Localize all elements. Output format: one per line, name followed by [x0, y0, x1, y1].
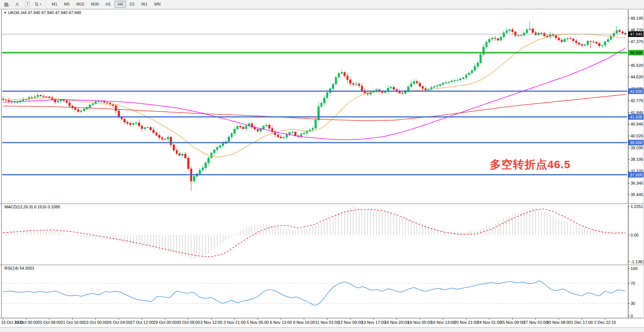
time-axis-label: 9 Nov 16:00 — [293, 320, 315, 325]
macd-histogram — [3, 206, 625, 259]
time-axis-label: 6 Nov 13:00 — [270, 320, 292, 325]
price-axis-label: 39.095 — [631, 146, 643, 150]
price-axis-label: 44.620 — [631, 75, 643, 79]
price-tag-47.940: 47.940 — [630, 32, 643, 36]
bottom-strip — [0, 327, 644, 332]
symbol-ohlc-text: UKOil-,H4 47.940 47.940 47.940 47.940 — [8, 10, 81, 15]
rsi-axis-label: 0 — [631, 314, 633, 318]
price-tag-37.000: 37.000 — [630, 173, 643, 177]
chart-annotation-text[interactable]: 多空转折点46.5 — [490, 157, 570, 172]
price-axis-label: 45.520 — [631, 63, 643, 68]
price-axis-label: 36.345 — [631, 181, 643, 185]
price-tag-43.500: 43.500 — [630, 89, 643, 94]
macd-axis-label: 0.00 — [631, 233, 638, 237]
rsi-label: RSI(14) 54.5001 — [4, 266, 35, 270]
time-axis-label: 27 Nov 01:00 — [524, 320, 548, 325]
collapse-icon[interactable]: ▼ — [4, 11, 7, 14]
time-axis-label: 5 Nov 05:00 — [247, 320, 269, 325]
price-axis-label: 35.445 — [631, 192, 643, 197]
time-axis-label: 20 Nov 21:00 — [454, 320, 478, 325]
symbol-ohlc-line: ▼UKOil-,H4 47.940 47.940 47.940 47.940 — [4, 10, 81, 15]
time-axis-label: 16 Nov 20:00 — [385, 320, 409, 325]
rsi-panel[interactable] — [2, 281, 627, 305]
time-axis-label: 30 Nov 08:00 — [547, 320, 571, 325]
time-axis-label: 1 Dec 17:00 — [571, 320, 593, 325]
macd-axis-label: 1.2251 — [631, 204, 643, 209]
time-axis-label: 2 Nov 12:00 — [200, 320, 222, 325]
time-axis-label: 19 Nov 13:00 — [431, 320, 455, 325]
time-axis-label: 25 Nov 09:00 — [500, 320, 524, 325]
price-axis-label: 42.770 — [631, 98, 643, 103]
price-axis-label: 49.195 — [631, 16, 643, 20]
macd-signal-line — [3, 209, 625, 257]
price-tag-46.500: 46.500 — [630, 51, 643, 55]
time-axis-label: 3 Nov 21:00 — [224, 320, 246, 325]
price-axis-label: 40.020 — [631, 134, 643, 138]
time-axis-label: 26 Oct 04:00 — [107, 320, 130, 325]
price-axis-label: 38.195 — [631, 157, 643, 162]
rsi-axis-label: 30 — [631, 301, 635, 306]
time-axis-label: 13 Nov 17:00 — [361, 320, 385, 325]
time-axis-label: 23 Oct 00:00 — [84, 320, 107, 325]
rsi-axis-label: 70 — [631, 281, 635, 286]
price-axis-label: 41.845 — [631, 110, 643, 115]
time-axis-label: 19 Oct 00:00 — [14, 320, 38, 325]
time-axis-label: 20 Oct 08:00 — [38, 320, 61, 325]
macd-axis-label: -1.1383 — [631, 260, 644, 264]
macd-panel[interactable] — [3, 206, 625, 259]
time-axis-label: 24 Nov 01:00 — [477, 320, 501, 325]
price-axis-label: 40.945 — [631, 122, 643, 126]
price-tag-41.500: 41.500 — [630, 115, 643, 119]
time-axis[interactable]: 15 Oct 202019 Oct 00:0020 Oct 08:0021 Oc… — [1, 318, 616, 325]
time-axis-label: 21 Oct 16:00 — [61, 320, 84, 325]
macd-label: MACD(12,26,9) 0.1516 0.1085 — [4, 205, 60, 209]
price-axis-label: 47.370 — [631, 39, 643, 44]
price-axis[interactable]: 49.19548.27047.37045.52044.62043.68542.7… — [628, 9, 644, 318]
time-axis-label: 27 Oct 12:00 — [130, 320, 153, 325]
time-axis-label: 12 Nov 09:00 — [338, 320, 362, 325]
time-axis-label: 30 Oct 08:00 — [177, 320, 200, 325]
time-axis-label: 11 Nov 01:00 — [315, 320, 339, 325]
price-tag-39.500: 39.500 — [630, 140, 643, 145]
time-axis-label: 2 Dec 22:15 — [594, 320, 616, 325]
ma-mid-magenta — [3, 48, 625, 140]
time-axis-label: 18 Nov 05:00 — [408, 320, 432, 325]
rsi-line — [3, 281, 625, 305]
rsi-axis-label: 100 — [631, 266, 637, 271]
time-axis-label: 29 Oct 00:00 — [153, 320, 177, 325]
